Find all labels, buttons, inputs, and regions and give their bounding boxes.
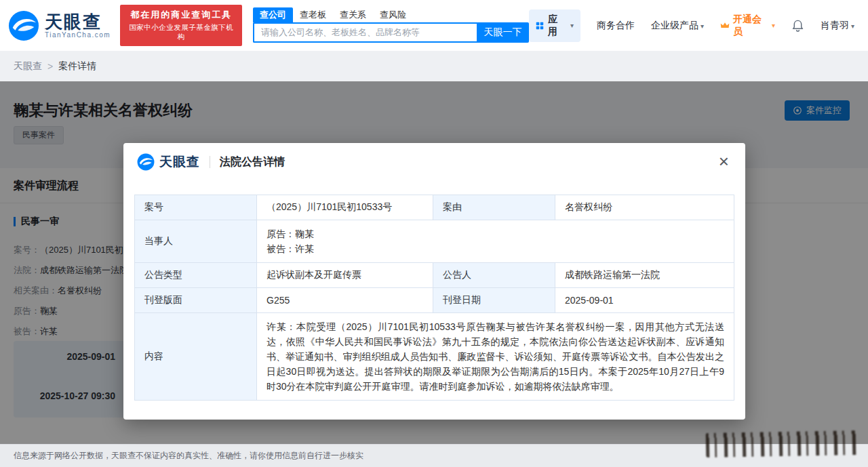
crown-icon bbox=[720, 21, 730, 30]
table-row-announcement-type: 公告类型 起诉状副本及开庭传票 公告人 成都铁路运输第一法院 bbox=[135, 263, 734, 288]
cell-page-value: G255 bbox=[257, 288, 433, 313]
search-area: 查公司 查老板 查关系 查风险 天眼一下 bbox=[253, 9, 529, 43]
cell-cause-value: 名誉权纠纷 bbox=[555, 195, 734, 220]
cell-parties-label: 当事人 bbox=[135, 220, 257, 263]
table-row-publication: 刊登版面 G255 刊登日期 2025-09-01 bbox=[135, 288, 734, 313]
parties-plaintiff: 原告：鞠某 bbox=[267, 226, 724, 241]
close-icon[interactable]: × bbox=[716, 152, 732, 171]
modal-title: 法院公告详情 bbox=[220, 155, 285, 169]
notification-bell-icon[interactable] bbox=[791, 19, 804, 33]
cell-date-value: 2025-09-01 bbox=[555, 288, 734, 313]
header-nav: 应用 ▾ 商务合作 企业级产品▾ 开通会员 ▾ 肖青羽▾ bbox=[529, 9, 860, 42]
search-tab-boss[interactable]: 查老板 bbox=[293, 7, 333, 22]
chevron-down-icon: ▾ bbox=[701, 22, 704, 30]
tianyancha-logo-icon bbox=[137, 153, 155, 171]
user-menu[interactable]: 肖青羽▾ bbox=[821, 20, 854, 32]
tianyancha-case-page: 天眼查 TianYanCha.com 都在用的商业查询工具 国家中小企业发展子基… bbox=[0, 0, 868, 467]
cell-parties-value: 原告：鞠某 被告：许某 bbox=[257, 220, 734, 263]
breadcrumb-separator: > bbox=[47, 61, 53, 72]
promo-banner-line1: 都在用的商业查询工具 bbox=[127, 9, 235, 21]
cell-type-label: 公告类型 bbox=[135, 263, 257, 288]
court-announcement-modal: 天眼查 法院公告详情 × 案号 （2025）川7101民初10533号 案由 名… bbox=[123, 143, 745, 420]
cell-content-label: 内容 bbox=[135, 313, 257, 401]
modal-header: 天眼查 法院公告详情 × bbox=[123, 143, 745, 181]
search-input[interactable] bbox=[253, 22, 477, 43]
table-row-content: 内容 许某：本院受理（2025）川7101民初10533号原告鞠某与被告许某名誉… bbox=[135, 313, 734, 401]
chevron-down-icon: ▾ bbox=[851, 22, 854, 30]
cell-case-number-label: 案号 bbox=[135, 195, 257, 220]
grid-apps-icon bbox=[536, 21, 544, 31]
tianyancha-logo[interactable]: 天眼查 TianYanCha.com bbox=[8, 10, 111, 41]
modal-body: 案号 （2025）川7101民初10533号 案由 名誉权纠纷 当事人 原告：鞠… bbox=[123, 181, 745, 411]
cell-announcer-label: 公告人 bbox=[433, 263, 555, 288]
nav-enterprise-products[interactable]: 企业级产品▾ bbox=[651, 20, 704, 32]
username: 肖青羽 bbox=[821, 20, 849, 31]
top-header: 天眼查 TianYanCha.com 都在用的商业查询工具 国家中小企业发展子基… bbox=[0, 0, 868, 51]
chevron-down-icon: ▾ bbox=[772, 22, 775, 29]
search-row: 天眼一下 bbox=[253, 22, 529, 43]
promo-banner-line2: 国家中小企业发展子基金旗下机构 bbox=[127, 23, 235, 42]
nav-open-vip[interactable]: 开通会员 ▾ bbox=[720, 14, 775, 38]
announcement-content-text: 许某：本院受理（2025）川7101民初10533号原告鞠某与被告许某名誉权纠纷… bbox=[267, 319, 724, 394]
apps-menu-label: 应用 bbox=[548, 14, 564, 38]
breadcrumb: 天眼查 > 案件详情 bbox=[0, 51, 868, 81]
nav-business-cooperation[interactable]: 商务合作 bbox=[597, 20, 635, 32]
apps-menu-button[interactable]: 应用 ▾ bbox=[529, 9, 580, 42]
breadcrumb-home[interactable]: 天眼查 bbox=[14, 60, 42, 73]
breadcrumb-current: 案件详情 bbox=[58, 60, 96, 73]
logo-text: 天眼查 TianYanCha.com bbox=[45, 12, 111, 39]
cell-type-value: 起诉状副本及开庭传票 bbox=[257, 263, 433, 288]
announcement-table: 案号 （2025）川7101民初10533号 案由 名誉权纠纷 当事人 原告：鞠… bbox=[134, 195, 734, 401]
chevron-down-icon: ▾ bbox=[570, 22, 574, 29]
table-row-case-number: 案号 （2025）川7101民初10533号 案由 名誉权纠纷 bbox=[135, 195, 734, 220]
watermark-smudge bbox=[706, 430, 859, 458]
cell-announcer-value: 成都铁路运输第一法院 bbox=[555, 263, 734, 288]
nav-vip-label: 开通会员 bbox=[733, 14, 766, 38]
parties-defendant: 被告：许某 bbox=[267, 241, 724, 256]
cell-cause-label: 案由 bbox=[433, 195, 555, 220]
logo-domain: TianYanCha.com bbox=[45, 31, 111, 39]
cell-case-number-value: （2025）川7101民初10533号 bbox=[257, 195, 433, 220]
modal-brand: 天眼查 bbox=[159, 153, 200, 171]
table-row-parties: 当事人 原告：鞠某 被告：许某 bbox=[135, 220, 734, 263]
tianyancha-logo-icon bbox=[8, 10, 39, 41]
search-tabs: 查公司 查老板 查关系 查风险 bbox=[253, 9, 529, 22]
search-tab-company[interactable]: 查公司 bbox=[253, 7, 293, 22]
cell-content-value: 许某：本院受理（2025）川7101民初10533号原告鞠某与被告许某名誉权纠纷… bbox=[257, 313, 734, 401]
search-button[interactable]: 天眼一下 bbox=[477, 22, 529, 43]
promo-banner: 都在用的商业查询工具 国家中小企业发展子基金旗下机构 bbox=[120, 5, 242, 46]
search-tab-risk[interactable]: 查风险 bbox=[373, 7, 413, 22]
nav-enterprise-label: 企业级产品 bbox=[651, 20, 698, 31]
logo-name: 天眼查 bbox=[45, 12, 111, 31]
search-tab-relation[interactable]: 查关系 bbox=[333, 7, 373, 22]
vertical-divider bbox=[210, 156, 210, 168]
cell-date-label: 刊登日期 bbox=[433, 288, 555, 313]
cell-page-label: 刊登版面 bbox=[135, 288, 257, 313]
